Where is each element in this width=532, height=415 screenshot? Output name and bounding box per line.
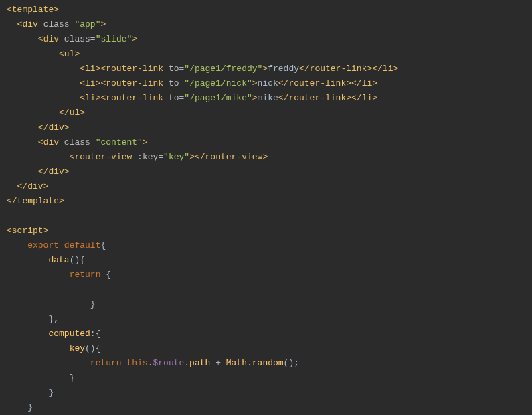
code-line: return this.$route.path + Math.random(); [0, 356, 532, 371]
code-line: export default{ [0, 238, 532, 253]
code-line: <template> [0, 3, 532, 17]
code-line: <script> [0, 224, 532, 238]
code-line: </div> [0, 120, 532, 135]
code-line: </template> [0, 194, 532, 209]
code-line: </ul> [0, 106, 532, 120]
code-line: </div> [0, 165, 532, 179]
code-line: } [0, 386, 532, 400]
code-line [0, 209, 532, 224]
code-line: </div> [0, 179, 532, 194]
code-line [0, 282, 532, 297]
code-editor[interactable]: <template> <div class="app"> <div class=… [0, 3, 532, 415]
code-line: }, [0, 312, 532, 327]
code-line: <li><router-link to="/page1/nick">nick</… [0, 76, 532, 91]
code-line: <div class="content"> [0, 135, 532, 150]
code-line: <div class="app"> [0, 17, 532, 32]
code-line: return { [0, 268, 532, 282]
code-line: <li><router-link to="/page1/mike">mike</… [0, 91, 532, 106]
code-line: data(){ [0, 253, 532, 268]
code-line: <router-view :key="key"></router-view> [0, 150, 532, 165]
code-line: key(){ [0, 341, 532, 356]
code-line: } [0, 297, 532, 312]
code-line: <div class="slide"> [0, 32, 532, 47]
code-line: } [0, 371, 532, 386]
code-line: <ul> [0, 47, 532, 62]
code-line: computed:{ [0, 327, 532, 341]
code-line: } [0, 400, 532, 415]
code-line: <li><router-link to="/page1/freddy">fred… [0, 62, 532, 76]
